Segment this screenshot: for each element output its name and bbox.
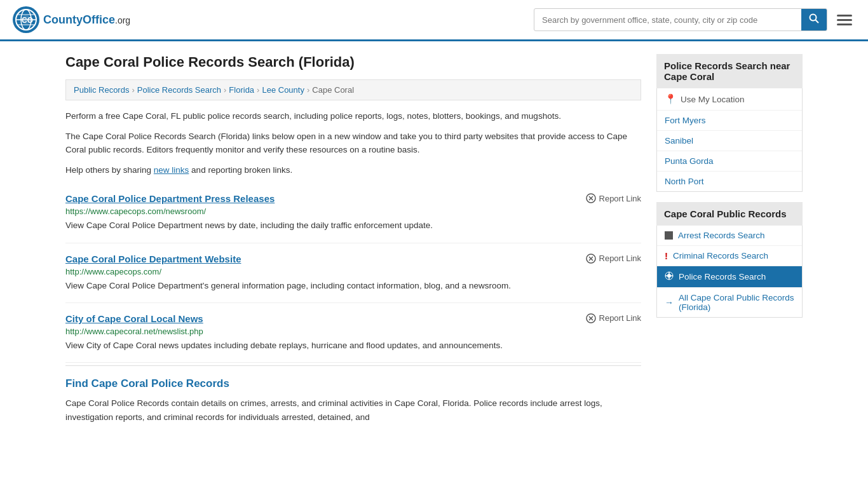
svg-line-9 (816, 20, 819, 24)
sidebar-public-records-section: Cape Coral Public Records Arrest Records… (656, 202, 803, 318)
report-icon-1 (586, 254, 596, 264)
use-location-label: Use My Location (681, 95, 745, 104)
logo-text: CountyOffice.org (43, 13, 130, 27)
breadcrumb-florida[interactable]: Florida (229, 85, 254, 95)
sidebar-police-records[interactable]: Police Records Search (657, 266, 802, 288)
svg-point-20 (667, 274, 671, 278)
hamburger-line (837, 24, 852, 25)
report-icon-2 (586, 313, 596, 323)
sidebar-arrest-records[interactable]: Arrest Records Search (657, 226, 802, 246)
breadcrumb-lee-county[interactable]: Lee County (262, 85, 304, 95)
record-url-1[interactable]: http://www.capecops.com/ (65, 267, 641, 276)
arrest-records-icon (665, 231, 673, 240)
svg-point-8 (810, 15, 817, 21)
sanibel-link[interactable]: Sanibel (665, 136, 693, 146)
find-section: Find Cape Coral Police Records Cape Cora… (65, 365, 641, 424)
record-desc-1: View Cape Coral Police Department's gene… (65, 280, 641, 292)
header-right (534, 8, 855, 31)
breadcrumb-public-records[interactable]: Public Records (74, 85, 129, 95)
new-links-link[interactable]: new links (154, 165, 189, 175)
location-pin-icon: 📍 (665, 93, 677, 105)
record-desc-2: View City of Cape Coral news updates inc… (65, 339, 641, 352)
fort-myers-link[interactable]: Fort Myers (665, 116, 706, 125)
find-section-title: Find Cape Coral Police Records (65, 377, 641, 390)
search-input[interactable] (534, 11, 801, 29)
sidebar-criminal-records[interactable]: ! Criminal Records Search (657, 246, 802, 266)
sidebar: Police Records Search near Cape Coral 📍 … (656, 54, 803, 424)
svg-text:CO: CO (22, 16, 33, 25)
search-bar (534, 8, 827, 31)
report-icon-0 (586, 193, 596, 203)
site-header: CO CountyOffice.org (0, 0, 868, 41)
sidebar-city-fort-myers[interactable]: Fort Myers (657, 111, 802, 131)
record-header-2: City of Cape Coral Local News Report Lin… (65, 313, 641, 324)
punta-gorda-link[interactable]: Punta Gorda (665, 156, 714, 166)
arrow-right-icon: → (665, 297, 674, 308)
record-header-1: Cape Coral Police Department Website Rep… (65, 254, 641, 264)
record-entry-2: City of Cape Coral Local News Report Lin… (65, 303, 641, 363)
record-title-1[interactable]: Cape Coral Police Department Website (65, 254, 241, 264)
hamburger-button[interactable] (834, 11, 855, 29)
page-title: Cape Coral Police Records Search (Florid… (65, 54, 641, 71)
record-title-2[interactable]: City of Cape Coral Local News (65, 313, 203, 324)
breadcrumb-cape-coral: Cape Coral (312, 85, 354, 95)
sidebar-nearby-title: Police Records Search near Cape Coral (656, 54, 803, 88)
record-url-2[interactable]: http://www.capecoral.net/newslist.php (65, 327, 641, 336)
record-entry-0: Cape Coral Police Department Press Relea… (65, 183, 641, 243)
sidebar-city-north-port[interactable]: North Port (657, 172, 802, 191)
sidebar-city-punta-gorda[interactable]: Punta Gorda (657, 151, 802, 172)
north-port-link[interactable]: North Port (665, 177, 704, 186)
record-entry-1: Cape Coral Police Department Website Rep… (65, 243, 641, 303)
all-records-link[interactable]: All Cape Coral Public Records (Florida) (679, 293, 794, 312)
report-link-button-0[interactable]: Report Link (586, 193, 641, 203)
breadcrumb-police-records-search[interactable]: Police Records Search (137, 85, 221, 95)
sidebar-nearby-body: 📍 Use My Location Fort Myers Sanibel Pun… (656, 88, 803, 192)
description-para3: Help others by sharing new links and rep… (65, 163, 641, 177)
logo-area: CO CountyOffice.org (13, 6, 130, 33)
hamburger-line (837, 19, 852, 21)
use-my-location-item[interactable]: 📍 Use My Location (657, 88, 802, 111)
police-records-link[interactable]: Police Records Search (679, 272, 766, 281)
arrest-records-link[interactable]: Arrest Records Search (678, 231, 765, 240)
police-records-icon (665, 271, 674, 282)
sidebar-all-records[interactable]: → All Cape Coral Public Records (Florida… (657, 288, 802, 317)
hamburger-line (837, 15, 852, 17)
report-link-button-1[interactable]: Report Link (586, 254, 641, 264)
description-para2: The Cape Coral Police Records Search (Fl… (65, 130, 641, 157)
record-header-0: Cape Coral Police Department Press Relea… (65, 193, 641, 204)
record-title-0[interactable]: Cape Coral Police Department Press Relea… (65, 193, 275, 204)
content-area: Cape Coral Police Records Search (Florid… (65, 54, 641, 424)
description-para1: Perform a free Cape Coral, FL public pol… (65, 109, 641, 123)
find-section-description: Cape Coral Police Records contain detail… (65, 396, 641, 424)
sidebar-public-records-body: Arrest Records Search ! Criminal Records… (656, 226, 803, 318)
main-container: Cape Coral Police Records Search (Florid… (53, 41, 815, 437)
criminal-records-icon: ! (665, 251, 668, 261)
sidebar-public-records-title: Cape Coral Public Records (656, 202, 803, 226)
logo-icon: CO (13, 6, 39, 33)
search-button[interactable] (801, 9, 827, 30)
sidebar-nearby-section: Police Records Search near Cape Coral 📍 … (656, 54, 803, 192)
sidebar-city-sanibel[interactable]: Sanibel (657, 131, 802, 151)
record-url-0[interactable]: https://www.capecops.com/newsroom/ (65, 207, 641, 216)
breadcrumb: Public Records › Police Records Search ›… (65, 79, 641, 100)
report-link-button-2[interactable]: Report Link (586, 313, 641, 323)
search-icon (809, 13, 819, 24)
record-desc-0: View Cape Coral Police Department news b… (65, 219, 641, 232)
criminal-records-link[interactable]: Criminal Records Search (673, 251, 768, 261)
